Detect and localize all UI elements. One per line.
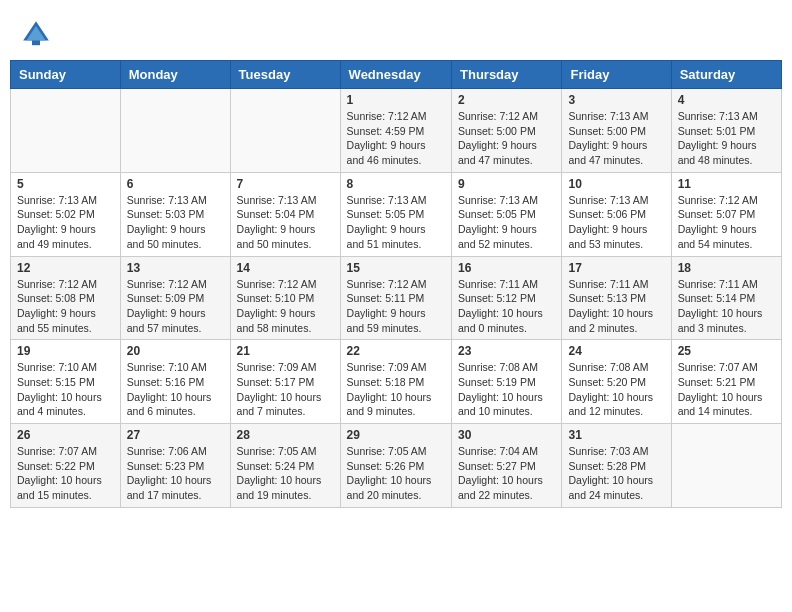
week-row-1: 1Sunrise: 7:12 AM Sunset: 4:59 PM Daylig…	[11, 89, 782, 173]
day-number: 10	[568, 177, 664, 191]
day-info: Sunrise: 7:06 AM Sunset: 5:23 PM Dayligh…	[127, 444, 224, 503]
day-info: Sunrise: 7:12 AM Sunset: 5:07 PM Dayligh…	[678, 193, 775, 252]
day-info: Sunrise: 7:09 AM Sunset: 5:17 PM Dayligh…	[237, 360, 334, 419]
day-cell: 22Sunrise: 7:09 AM Sunset: 5:18 PM Dayli…	[340, 340, 451, 424]
day-cell: 16Sunrise: 7:11 AM Sunset: 5:12 PM Dayli…	[452, 256, 562, 340]
day-cell: 11Sunrise: 7:12 AM Sunset: 5:07 PM Dayli…	[671, 172, 781, 256]
day-number: 21	[237, 344, 334, 358]
day-info: Sunrise: 7:09 AM Sunset: 5:18 PM Dayligh…	[347, 360, 445, 419]
day-number: 27	[127, 428, 224, 442]
day-number: 25	[678, 344, 775, 358]
weekday-header-tuesday: Tuesday	[230, 61, 340, 89]
day-cell: 25Sunrise: 7:07 AM Sunset: 5:21 PM Dayli…	[671, 340, 781, 424]
day-info: Sunrise: 7:10 AM Sunset: 5:16 PM Dayligh…	[127, 360, 224, 419]
day-info: Sunrise: 7:13 AM Sunset: 5:02 PM Dayligh…	[17, 193, 114, 252]
day-cell: 29Sunrise: 7:05 AM Sunset: 5:26 PM Dayli…	[340, 424, 451, 508]
svg-rect-2	[32, 40, 40, 45]
day-info: Sunrise: 7:13 AM Sunset: 5:00 PM Dayligh…	[568, 109, 664, 168]
day-number: 24	[568, 344, 664, 358]
day-number: 1	[347, 93, 445, 107]
day-info: Sunrise: 7:08 AM Sunset: 5:20 PM Dayligh…	[568, 360, 664, 419]
day-info: Sunrise: 7:13 AM Sunset: 5:04 PM Dayligh…	[237, 193, 334, 252]
day-info: Sunrise: 7:05 AM Sunset: 5:24 PM Dayligh…	[237, 444, 334, 503]
day-info: Sunrise: 7:12 AM Sunset: 5:08 PM Dayligh…	[17, 277, 114, 336]
day-number: 22	[347, 344, 445, 358]
day-number: 29	[347, 428, 445, 442]
day-number: 8	[347, 177, 445, 191]
day-number: 15	[347, 261, 445, 275]
day-cell: 18Sunrise: 7:11 AM Sunset: 5:14 PM Dayli…	[671, 256, 781, 340]
day-number: 28	[237, 428, 334, 442]
day-cell	[11, 89, 121, 173]
calendar-table: SundayMondayTuesdayWednesdayThursdayFrid…	[10, 60, 782, 508]
day-cell: 1Sunrise: 7:12 AM Sunset: 4:59 PM Daylig…	[340, 89, 451, 173]
day-info: Sunrise: 7:03 AM Sunset: 5:28 PM Dayligh…	[568, 444, 664, 503]
day-number: 4	[678, 93, 775, 107]
day-cell: 7Sunrise: 7:13 AM Sunset: 5:04 PM Daylig…	[230, 172, 340, 256]
day-info: Sunrise: 7:11 AM Sunset: 5:13 PM Dayligh…	[568, 277, 664, 336]
day-number: 7	[237, 177, 334, 191]
day-cell: 6Sunrise: 7:13 AM Sunset: 5:03 PM Daylig…	[120, 172, 230, 256]
weekday-header-thursday: Thursday	[452, 61, 562, 89]
day-info: Sunrise: 7:05 AM Sunset: 5:26 PM Dayligh…	[347, 444, 445, 503]
weekday-header-row: SundayMondayTuesdayWednesdayThursdayFrid…	[11, 61, 782, 89]
day-cell: 10Sunrise: 7:13 AM Sunset: 5:06 PM Dayli…	[562, 172, 671, 256]
page-header	[10, 10, 782, 54]
day-number: 6	[127, 177, 224, 191]
day-cell: 28Sunrise: 7:05 AM Sunset: 5:24 PM Dayli…	[230, 424, 340, 508]
day-cell: 19Sunrise: 7:10 AM Sunset: 5:15 PM Dayli…	[11, 340, 121, 424]
day-info: Sunrise: 7:13 AM Sunset: 5:06 PM Dayligh…	[568, 193, 664, 252]
day-number: 5	[17, 177, 114, 191]
logo-icon	[20, 18, 52, 50]
logo	[20, 18, 56, 50]
day-cell: 14Sunrise: 7:12 AM Sunset: 5:10 PM Dayli…	[230, 256, 340, 340]
day-info: Sunrise: 7:13 AM Sunset: 5:05 PM Dayligh…	[347, 193, 445, 252]
day-info: Sunrise: 7:12 AM Sunset: 5:11 PM Dayligh…	[347, 277, 445, 336]
day-cell	[671, 424, 781, 508]
day-cell: 15Sunrise: 7:12 AM Sunset: 5:11 PM Dayli…	[340, 256, 451, 340]
day-info: Sunrise: 7:04 AM Sunset: 5:27 PM Dayligh…	[458, 444, 555, 503]
day-number: 14	[237, 261, 334, 275]
week-row-5: 26Sunrise: 7:07 AM Sunset: 5:22 PM Dayli…	[11, 424, 782, 508]
day-info: Sunrise: 7:08 AM Sunset: 5:19 PM Dayligh…	[458, 360, 555, 419]
weekday-header-wednesday: Wednesday	[340, 61, 451, 89]
day-number: 18	[678, 261, 775, 275]
day-info: Sunrise: 7:11 AM Sunset: 5:14 PM Dayligh…	[678, 277, 775, 336]
day-cell: 3Sunrise: 7:13 AM Sunset: 5:00 PM Daylig…	[562, 89, 671, 173]
day-info: Sunrise: 7:12 AM Sunset: 5:09 PM Dayligh…	[127, 277, 224, 336]
day-info: Sunrise: 7:13 AM Sunset: 5:01 PM Dayligh…	[678, 109, 775, 168]
day-number: 3	[568, 93, 664, 107]
day-cell: 17Sunrise: 7:11 AM Sunset: 5:13 PM Dayli…	[562, 256, 671, 340]
day-cell: 31Sunrise: 7:03 AM Sunset: 5:28 PM Dayli…	[562, 424, 671, 508]
day-cell: 5Sunrise: 7:13 AM Sunset: 5:02 PM Daylig…	[11, 172, 121, 256]
day-cell: 26Sunrise: 7:07 AM Sunset: 5:22 PM Dayli…	[11, 424, 121, 508]
day-info: Sunrise: 7:12 AM Sunset: 4:59 PM Dayligh…	[347, 109, 445, 168]
day-number: 20	[127, 344, 224, 358]
day-cell: 9Sunrise: 7:13 AM Sunset: 5:05 PM Daylig…	[452, 172, 562, 256]
week-row-2: 5Sunrise: 7:13 AM Sunset: 5:02 PM Daylig…	[11, 172, 782, 256]
day-cell: 4Sunrise: 7:13 AM Sunset: 5:01 PM Daylig…	[671, 89, 781, 173]
day-cell: 21Sunrise: 7:09 AM Sunset: 5:17 PM Dayli…	[230, 340, 340, 424]
day-cell: 2Sunrise: 7:12 AM Sunset: 5:00 PM Daylig…	[452, 89, 562, 173]
day-cell: 30Sunrise: 7:04 AM Sunset: 5:27 PM Dayli…	[452, 424, 562, 508]
day-cell: 27Sunrise: 7:06 AM Sunset: 5:23 PM Dayli…	[120, 424, 230, 508]
day-cell	[120, 89, 230, 173]
day-number: 11	[678, 177, 775, 191]
day-number: 23	[458, 344, 555, 358]
day-cell: 23Sunrise: 7:08 AM Sunset: 5:19 PM Dayli…	[452, 340, 562, 424]
weekday-header-monday: Monday	[120, 61, 230, 89]
day-number: 16	[458, 261, 555, 275]
day-cell: 12Sunrise: 7:12 AM Sunset: 5:08 PM Dayli…	[11, 256, 121, 340]
day-info: Sunrise: 7:11 AM Sunset: 5:12 PM Dayligh…	[458, 277, 555, 336]
day-info: Sunrise: 7:07 AM Sunset: 5:21 PM Dayligh…	[678, 360, 775, 419]
day-cell: 13Sunrise: 7:12 AM Sunset: 5:09 PM Dayli…	[120, 256, 230, 340]
day-info: Sunrise: 7:13 AM Sunset: 5:03 PM Dayligh…	[127, 193, 224, 252]
day-number: 26	[17, 428, 114, 442]
day-info: Sunrise: 7:12 AM Sunset: 5:00 PM Dayligh…	[458, 109, 555, 168]
weekday-header-sunday: Sunday	[11, 61, 121, 89]
weekday-header-saturday: Saturday	[671, 61, 781, 89]
day-number: 30	[458, 428, 555, 442]
day-number: 9	[458, 177, 555, 191]
day-number: 2	[458, 93, 555, 107]
day-info: Sunrise: 7:07 AM Sunset: 5:22 PM Dayligh…	[17, 444, 114, 503]
